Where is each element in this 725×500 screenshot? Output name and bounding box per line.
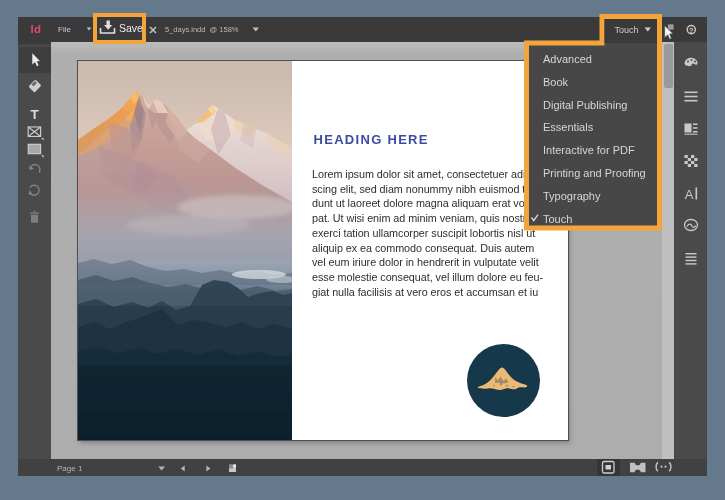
svg-text:Page 1: Page 1 bbox=[57, 464, 83, 473]
svg-text:A: A bbox=[685, 187, 694, 202]
svg-text:T: T bbox=[30, 107, 39, 122]
svg-text:?: ? bbox=[689, 26, 694, 35]
